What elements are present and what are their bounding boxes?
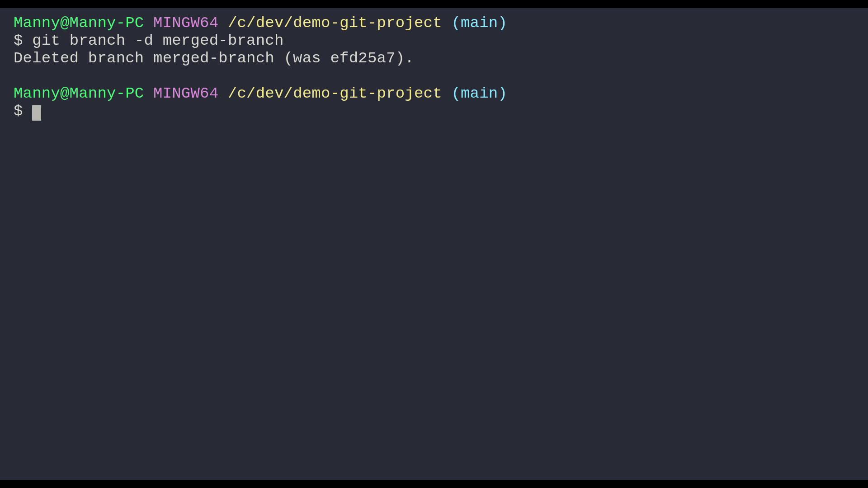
terminal-window[interactable]: Manny@Manny-PC MINGW64 /c/dev/demo-git-p… [0, 8, 868, 480]
user-host: Manny@Manny-PC [14, 14, 144, 32]
cursor-icon [32, 105, 41, 121]
output-line-1: Deleted branch merged-branch (was efd25a… [14, 50, 854, 67]
current-path: /c/dev/demo-git-project [228, 85, 442, 102]
command-text: git branch -d merged-branch [32, 32, 283, 49]
command-line-2[interactable]: $ [14, 103, 854, 120]
prompt-symbol: $ [14, 103, 23, 120]
git-branch: (main) [451, 85, 507, 102]
blank-line [14, 67, 854, 85]
letterbox-bottom [0, 480, 868, 488]
prompt-line-1: Manny@Manny-PC MINGW64 /c/dev/demo-git-p… [14, 14, 854, 32]
prompt-line-2: Manny@Manny-PC MINGW64 /c/dev/demo-git-p… [14, 85, 854, 103]
mingw-label: MINGW64 [153, 14, 218, 32]
prompt-symbol: $ [14, 32, 23, 49]
command-line-1: $ git branch -d merged-branch [14, 32, 854, 50]
current-path: /c/dev/demo-git-project [228, 14, 442, 32]
git-branch: (main) [451, 14, 507, 32]
command-output: Deleted branch merged-branch (was efd25a… [14, 50, 414, 67]
user-host: Manny@Manny-PC [14, 85, 144, 102]
letterbox-top [0, 0, 868, 8]
mingw-label: MINGW64 [153, 85, 218, 102]
